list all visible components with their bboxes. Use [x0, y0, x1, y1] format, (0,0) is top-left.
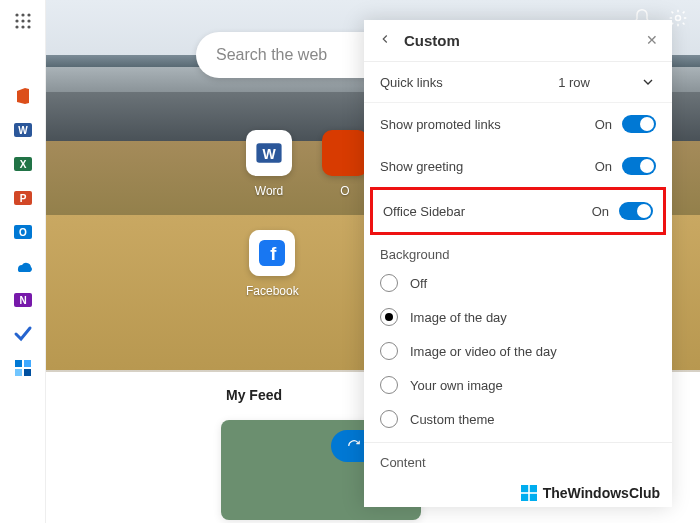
svg-point-3: [15, 19, 18, 22]
svg-rect-29: [529, 485, 536, 492]
page-settings-panel: Custom ✕ Quick links 1 row Show promoted…: [364, 20, 672, 507]
greeting-label: Show greeting: [380, 159, 463, 174]
svg-rect-20: [24, 360, 31, 367]
outlook-icon[interactable]: O: [13, 222, 33, 242]
radio-icon: [380, 376, 398, 394]
bg-option-off[interactable]: Off: [364, 266, 672, 300]
svg-point-1: [21, 13, 24, 16]
svg-text:N: N: [19, 295, 26, 306]
quick-link-word[interactable]: W Word: [246, 130, 292, 198]
search-placeholder: Search the web: [216, 46, 327, 64]
quick-links-label: Quick links: [380, 75, 443, 90]
office-sidebar-label: Office Sidebar: [383, 204, 465, 219]
office-icon[interactable]: [13, 86, 33, 106]
close-icon[interactable]: ✕: [646, 32, 658, 48]
back-icon[interactable]: [378, 32, 392, 49]
svg-point-0: [15, 13, 18, 16]
bg-option-own-image[interactable]: Your own image: [364, 368, 672, 402]
radio-icon: [380, 342, 398, 360]
bg-option-label: Your own image: [410, 378, 503, 393]
svg-rect-30: [521, 494, 528, 501]
powerpoint-icon[interactable]: P: [13, 188, 33, 208]
svg-text:X: X: [19, 159, 26, 170]
quick-links-row[interactable]: Quick links 1 row: [364, 62, 672, 103]
greeting-state: On: [595, 159, 612, 174]
tile-label: O: [340, 184, 349, 198]
tile-label: Facebook: [246, 284, 299, 298]
feed-title: My Feed: [226, 387, 282, 403]
svg-rect-19: [15, 360, 22, 367]
svg-rect-28: [521, 485, 528, 492]
bg-option-label: Image of the day: [410, 310, 507, 325]
office-sidebar-row: Office Sidebar On: [370, 187, 666, 235]
background-section-label: Background: [364, 235, 672, 266]
svg-point-5: [27, 19, 30, 22]
quick-links-value: 1 row: [558, 75, 590, 90]
watermark: TheWindowsClub: [521, 485, 660, 501]
todo-icon[interactable]: [13, 324, 33, 344]
svg-text:f: f: [271, 244, 278, 264]
content-section-label: Content: [364, 443, 672, 474]
promoted-state: On: [595, 117, 612, 132]
svg-point-2: [27, 13, 30, 16]
office-sidebar-state: On: [592, 204, 609, 219]
promoted-toggle[interactable]: [622, 115, 656, 133]
radio-icon: [380, 308, 398, 326]
chevron-down-icon: [640, 74, 656, 90]
svg-rect-21: [15, 369, 22, 376]
bg-option-label: Custom theme: [410, 412, 495, 427]
onenote-icon[interactable]: N: [13, 290, 33, 310]
promoted-links-row: Show promoted links On: [364, 103, 672, 145]
app-launcher-icon[interactable]: [14, 12, 32, 34]
radio-icon: [380, 274, 398, 292]
svg-point-23: [676, 16, 681, 21]
windows-icon: [521, 485, 537, 501]
svg-point-7: [21, 25, 24, 28]
bg-option-label: Image or video of the day: [410, 344, 557, 359]
svg-text:W: W: [18, 125, 28, 136]
svg-text:P: P: [19, 193, 26, 204]
more-apps-icon[interactable]: [13, 358, 33, 378]
bg-option-image-of-day[interactable]: Image of the day: [364, 300, 672, 334]
svg-point-4: [21, 19, 24, 22]
svg-rect-31: [529, 494, 536, 501]
tile-label: Word: [255, 184, 283, 198]
quick-link-facebook[interactable]: f Facebook: [246, 230, 299, 298]
svg-text:O: O: [19, 227, 27, 238]
svg-point-6: [15, 25, 18, 28]
svg-text:W: W: [262, 146, 276, 162]
office-sidebar: W X P O N: [0, 0, 46, 523]
onedrive-icon[interactable]: [13, 256, 33, 276]
office-sidebar-toggle[interactable]: [619, 202, 653, 220]
svg-point-8: [27, 25, 30, 28]
promoted-label: Show promoted links: [380, 117, 501, 132]
svg-rect-22: [24, 369, 31, 376]
word-icon[interactable]: W: [13, 120, 33, 140]
excel-icon[interactable]: X: [13, 154, 33, 174]
radio-icon: [380, 410, 398, 428]
bg-option-custom-theme[interactable]: Custom theme: [364, 402, 672, 436]
quick-link-office[interactable]: O: [322, 130, 368, 198]
greeting-toggle[interactable]: [622, 157, 656, 175]
watermark-text: TheWindowsClub: [543, 485, 660, 501]
bg-option-label: Off: [410, 276, 427, 291]
bg-option-image-or-video[interactable]: Image or video of the day: [364, 334, 672, 368]
panel-title: Custom: [404, 32, 460, 49]
greeting-row: Show greeting On: [364, 145, 672, 187]
